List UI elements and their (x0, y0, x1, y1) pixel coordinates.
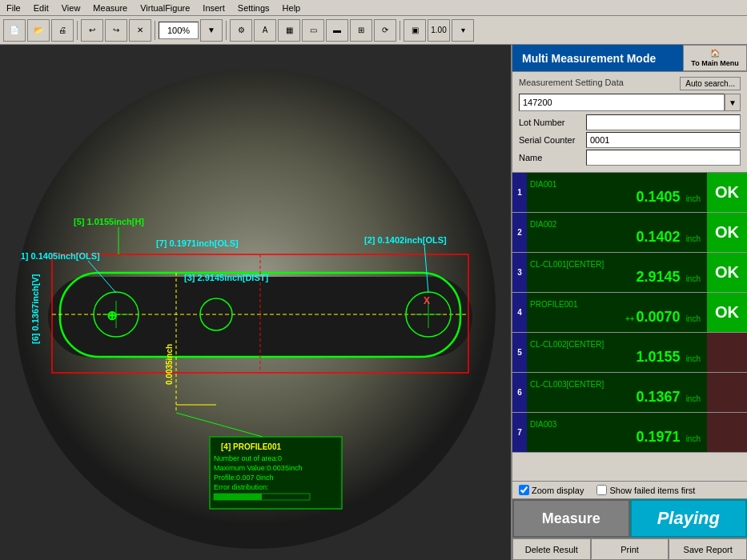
settings-section: Measurement Setting Data Auto search... … (512, 72, 747, 173)
name-input[interactable] (586, 150, 741, 166)
undo-button[interactable]: ↩ (81, 19, 103, 42)
settings-label: Measurement Setting Data (519, 78, 624, 87)
status-dark-6 (707, 373, 747, 412)
viewport-svg: ⊕ X Y (0, 45, 511, 560)
zoom-display-checkbox[interactable] (519, 485, 529, 495)
serial-counter-label: Serial Counter (519, 135, 583, 145)
redo-button[interactable]: ↪ (105, 19, 127, 42)
menu-edit[interactable]: Edit (27, 2, 55, 14)
playing-button[interactable]: Playing (630, 499, 748, 538)
meas-data-7: DIA003 0.1971 inch (527, 413, 707, 452)
meas-value-6: 0.1367 (637, 389, 684, 406)
delete-result-button[interactable]: Delete Result (512, 538, 591, 560)
meas-value-row-4: ++ 0.0070 inch (530, 309, 704, 326)
right-panel: Multi Measurement Mode 🏠 To Main Menu Me… (511, 45, 747, 560)
tb-icon1[interactable]: ⚙ (230, 19, 252, 42)
measurement-dropdown[interactable]: ▼ (519, 94, 741, 111)
save-report-button[interactable]: Save Report (669, 538, 747, 560)
svg-text:Number out of area:0: Number out of area:0 (214, 454, 282, 462)
show-failed-checkbox[interactable] (596, 485, 607, 495)
svg-text:Maximum Value:0.0035inch: Maximum Value:0.0035inch (214, 464, 302, 472)
meas-unit-5: inch (686, 354, 704, 363)
sep1 (77, 21, 78, 40)
serial-counter-input[interactable] (586, 132, 741, 148)
svg-text:X: X (424, 295, 430, 306)
meas-name-5: CL-CL002[CENTER] (530, 340, 704, 349)
svg-rect-39 (214, 494, 262, 500)
print-tb-button[interactable]: 🖨 (51, 19, 74, 42)
menu-measure[interactable]: Measure (86, 2, 134, 14)
measurement-row-3: 3 CL-CL001[CENTER] 2.9145 inch OK (512, 253, 747, 293)
status-dark-5 (707, 333, 747, 372)
menu-insert[interactable]: Insert (196, 2, 231, 14)
menu-bar: File Edit View Measure VirtualFigure Ins… (0, 0, 747, 16)
menu-view[interactable]: View (55, 2, 87, 14)
measurement-row-6: 6 CL-CL003[CENTER] 0.1367 inch (512, 373, 747, 413)
svg-text:[1] 0.1405inch[OLS]: [1] 0.1405inch[OLS] (18, 251, 100, 261)
new-button[interactable]: 📄 (3, 19, 26, 42)
svg-text:[5] 1.0155inch[H]: [5] 1.0155inch[H] (74, 217, 144, 226)
tb-icon4[interactable]: ▭ (302, 19, 324, 42)
meas-num-7: 7 (512, 413, 527, 452)
measurement-row-5: 5 CL-CL002[CENTER] 1.0155 inch (512, 333, 747, 373)
lot-number-input[interactable] (586, 114, 741, 130)
menu-file[interactable]: File (0, 2, 27, 14)
svg-text:[4] PROFILE001: [4] PROFILE001 (221, 442, 281, 451)
svg-text:0.0035inch: 0.0035inch (165, 344, 174, 385)
checkbox-row: Zoom display Show failed items first (512, 481, 747, 499)
status-ok-2: OK (707, 213, 747, 252)
menu-help[interactable]: Help (276, 2, 307, 14)
meas-num-2: 2 (512, 213, 527, 252)
meas-value-5: 1.0155 (637, 349, 684, 366)
svg-text:[7] 0.1971inch[OLS]: [7] 0.1971inch[OLS] (156, 238, 239, 248)
print-button[interactable]: Print (591, 538, 669, 560)
meas-value-row-2: 0.1402 inch (530, 229, 704, 246)
auto-search-button[interactable]: Auto search... (680, 77, 741, 90)
meas-value-2: 0.1402 (637, 229, 684, 246)
meas-num-4: 4 (512, 293, 527, 332)
tb-icon8[interactable]: ▣ (404, 19, 426, 42)
meas-data-3: CL-CL001[CENTER] 2.9145 inch (527, 253, 707, 292)
measurement-input[interactable] (519, 94, 725, 111)
meas-data-4: PROFILE001 ++ 0.0070 inch (527, 293, 707, 332)
meas-num-3: 3 (512, 253, 527, 292)
svg-text:[2] 0.1402inch[OLS]: [2] 0.1402inch[OLS] (364, 235, 447, 245)
to-main-menu-button[interactable]: 🏠 To Main Menu (683, 45, 747, 71)
menu-virtualfigure[interactable]: VirtualFigure (134, 2, 196, 14)
meas-value-1: 0.1405 (637, 189, 684, 206)
meas-unit-6: inch (686, 394, 704, 403)
tb-icon2[interactable]: A (254, 19, 276, 42)
viewport[interactable]: ⊕ X Y (0, 45, 511, 560)
zoom-dropdown[interactable]: ▼ (200, 19, 223, 42)
meas-name-4: PROFILE001 (530, 300, 704, 309)
tb-icon9[interactable]: 1.00 (428, 19, 450, 42)
title-main: Multi Measurement Mode (512, 45, 683, 71)
meas-value-4: 0.0070 (637, 309, 684, 326)
zoom-input[interactable] (159, 22, 199, 39)
open-button[interactable]: 📂 (27, 19, 50, 42)
meas-name-1: DIA001 (530, 180, 704, 189)
svg-text:Profile:0.007 0inch: Profile:0.007 0inch (214, 474, 274, 482)
measure-button[interactable]: Measure (512, 499, 630, 538)
meas-num-6: 6 (512, 373, 527, 412)
dropdown-arrow[interactable]: ▼ (725, 94, 741, 111)
show-failed-label[interactable]: Show failed items first (596, 485, 695, 495)
meas-unit-3: inch (686, 274, 704, 283)
sep3 (226, 21, 227, 40)
tb-icon3[interactable]: ▦ (278, 19, 300, 42)
tb-icon7[interactable]: ⟳ (374, 19, 396, 42)
name-label: Name (519, 153, 583, 162)
menu-settings[interactable]: Settings (231, 2, 276, 14)
sep2 (155, 21, 155, 40)
svg-text:[6] 0.1367inch[V]: [6] 0.1367inch[V] (30, 274, 40, 344)
tb-icon6[interactable]: ⊞ (350, 19, 372, 42)
delete-button[interactable]: ✕ (129, 19, 151, 42)
tb-icon10[interactable]: ▾ (452, 19, 474, 42)
main-area: ⊕ X Y (0, 45, 747, 560)
tb-icon5[interactable]: ▬ (326, 19, 348, 42)
measurement-row-1: 1 DIA001 0.1405 inch OK (512, 173, 747, 213)
zoom-display-label[interactable]: Zoom display (519, 485, 584, 495)
meas-value-row-5: 1.0155 inch (530, 349, 704, 366)
meas-value-3: 2.9145 (637, 269, 684, 286)
meas-data-2: DIA002 0.1402 inch (527, 213, 707, 252)
